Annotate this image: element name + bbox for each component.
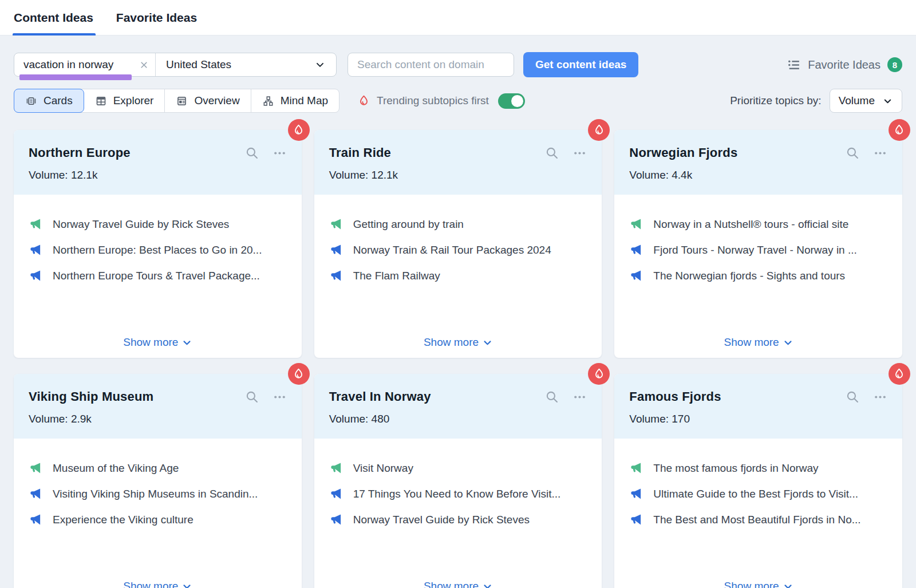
- volume-value: 480: [372, 413, 390, 425]
- show-more-button[interactable]: Show more: [614, 580, 902, 588]
- card-body: Getting around by train Norway Train & R…: [314, 195, 602, 282]
- view-toolbar: Cards Explorer Overview: [14, 89, 902, 113]
- headline-text: Norway in a Nutshell® tours - official s…: [653, 218, 848, 231]
- prioritize-dropdown[interactable]: Volume: [830, 89, 902, 113]
- trending-subtopics-toggle[interactable]: [498, 93, 525, 109]
- show-more-label: Show more: [424, 336, 479, 349]
- volume-label: Volume:: [629, 169, 669, 181]
- search-topic-button[interactable]: [545, 390, 559, 404]
- volume-label: Volume:: [329, 169, 369, 181]
- headline-item[interactable]: Museum of the Viking Age: [29, 461, 287, 475]
- megaphone-icon: [329, 243, 342, 256]
- trending-subtopics-label: Trending subtopics first: [377, 94, 489, 107]
- get-content-ideas-button[interactable]: Get content ideas: [523, 52, 638, 77]
- show-more-button[interactable]: Show more: [614, 336, 902, 349]
- show-more-button[interactable]: Show more: [314, 580, 602, 588]
- tab-content-ideas[interactable]: Content Ideas: [14, 0, 93, 35]
- headline-item[interactable]: Northern Europe: Best Places to Go in 20…: [29, 243, 287, 256]
- headline-item[interactable]: Norway Travel Guide by Rick Steves: [29, 218, 287, 231]
- tab-content-ideas-label: Content Ideas: [14, 11, 93, 25]
- view-overview[interactable]: Overview: [165, 89, 251, 112]
- headline-item[interactable]: Ultimate Guide to the Best Fjords to Vis…: [629, 487, 887, 500]
- headline-item[interactable]: 17 Things You Need to Know Before Visit.…: [329, 487, 587, 500]
- active-tab-underline: [13, 33, 96, 35]
- headline-item[interactable]: The Flam Railway: [329, 269, 587, 282]
- search-topic-button[interactable]: [245, 146, 259, 160]
- headline-item[interactable]: Norway in a Nutshell® tours - official s…: [629, 218, 887, 231]
- headline-item[interactable]: Northern Europe Tours & Travel Package..…: [29, 269, 287, 282]
- ellipsis-icon: [873, 146, 887, 160]
- card-body: Visit Norway 17 Things You Need to Know …: [314, 439, 602, 526]
- volume-value: 2.9k: [71, 413, 92, 425]
- volume-label: Volume:: [29, 169, 68, 181]
- headline-item[interactable]: The most famous fjords in Norway: [629, 461, 887, 475]
- view-cards[interactable]: Cards: [14, 89, 84, 113]
- flame-icon: [292, 124, 305, 137]
- card-volume: Volume: 480: [329, 413, 587, 425]
- trending-badge: [588, 119, 610, 141]
- headline-item[interactable]: Norway Travel Guide by Rick Steves: [329, 513, 587, 526]
- show-more-label: Show more: [424, 580, 479, 588]
- clear-keyword-button[interactable]: [132, 53, 155, 76]
- headline-item[interactable]: Visit Norway: [329, 461, 587, 475]
- topic-card-northern-europe: Northern Europe Vol: [14, 130, 302, 358]
- headline-item[interactable]: Norway Train & Rail Tour Packages 2024: [329, 243, 587, 256]
- megaphone-icon: [629, 513, 642, 526]
- card-menu-button[interactable]: [273, 390, 287, 404]
- headline-item[interactable]: Experience the Viking culture: [29, 513, 287, 526]
- ellipsis-icon: [273, 390, 287, 404]
- headline-text: Norway Travel Guide by Rick Steves: [53, 218, 229, 231]
- megaphone-icon: [29, 513, 42, 526]
- show-more-button[interactable]: Show more: [14, 336, 302, 349]
- toggle-knob: [511, 95, 523, 107]
- search-icon: [545, 390, 559, 404]
- tab-favorite-ideas[interactable]: Favorite Ideas: [116, 0, 197, 35]
- card-menu-button[interactable]: [572, 390, 587, 404]
- search-topic-button[interactable]: [545, 146, 559, 160]
- headline-text: Museum of the Viking Age: [53, 462, 179, 475]
- search-topic-button[interactable]: [846, 390, 860, 404]
- view-switcher: Cards Explorer Overview: [14, 89, 339, 113]
- card-menu-button[interactable]: [273, 146, 287, 160]
- headline-item[interactable]: Getting around by train: [329, 218, 587, 231]
- headline-text: The Norwegian fjords - Sights and tours: [653, 270, 845, 282]
- headline-text: Visit Norway: [353, 462, 413, 475]
- flame-icon: [893, 124, 906, 137]
- card-header: Northern Europe Vol: [14, 130, 302, 195]
- card-menu-button[interactable]: [873, 390, 887, 404]
- volume-value: 170: [672, 413, 690, 425]
- headline-text: 17 Things You Need to Know Before Visit.…: [353, 488, 561, 500]
- country-select[interactable]: United States: [156, 58, 336, 71]
- search-topic-button[interactable]: [846, 146, 860, 160]
- headline-item[interactable]: The Norwegian fjords - Sights and tours: [629, 269, 887, 282]
- search-icon: [545, 146, 559, 160]
- show-more-button[interactable]: Show more: [14, 580, 302, 588]
- headline-item[interactable]: Fjord Tours - Norway Travel - Norway in …: [629, 243, 887, 256]
- keyword-input[interactable]: [14, 58, 132, 71]
- flame-icon: [357, 94, 370, 108]
- card-body: Museum of the Viking Age Visiting Viking…: [14, 439, 302, 526]
- flame-icon: [593, 368, 606, 381]
- headline-item[interactable]: Visiting Viking Ship Museums in Scandin.…: [29, 487, 287, 500]
- volume-label: Volume:: [329, 413, 369, 425]
- show-more-button[interactable]: Show more: [314, 336, 602, 349]
- volume-label: Volume:: [29, 413, 68, 425]
- headline-item[interactable]: The Best and Most Beautiful Fjords in No…: [629, 513, 887, 526]
- card-header: Travel In Norway Vo: [314, 374, 602, 439]
- search-topic-button[interactable]: [245, 390, 259, 404]
- domain-search-input[interactable]: [348, 53, 514, 77]
- megaphone-icon: [329, 513, 342, 526]
- headline-text: Norway Train & Rail Tour Packages 2024: [353, 244, 551, 256]
- view-mind-map[interactable]: Mind Map: [251, 89, 339, 112]
- favorite-ideas-link[interactable]: Favorite Ideas 8: [787, 57, 902, 72]
- topic-card-famous-fjords: Famous Fjords Volum: [614, 374, 902, 588]
- trending-badge: [889, 119, 910, 141]
- chevron-down-icon: [783, 338, 793, 348]
- card-body: The most famous fjords in Norway Ultimat…: [614, 439, 902, 526]
- topic-card-viking-ship-museum: Viking Ship Museum: [14, 374, 302, 588]
- card-menu-button[interactable]: [572, 146, 587, 160]
- card-menu-button[interactable]: [873, 146, 887, 160]
- close-icon: [139, 60, 149, 70]
- view-mind-map-label: Mind Map: [281, 94, 328, 107]
- view-explorer[interactable]: Explorer: [84, 89, 165, 112]
